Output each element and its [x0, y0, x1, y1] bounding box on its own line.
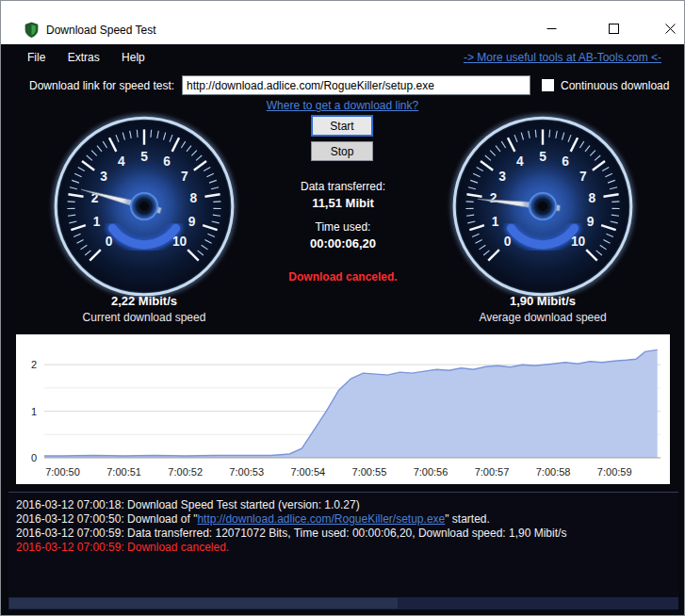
- svg-text:1: 1: [492, 215, 499, 229]
- app-icon: [24, 22, 40, 38]
- titlebar: Download Speed Test: [1, 1, 684, 44]
- svg-text:10: 10: [172, 235, 188, 249]
- svg-text:7:00:54: 7:00:54: [290, 466, 325, 478]
- svg-text:5: 5: [539, 150, 546, 164]
- svg-text:6: 6: [562, 154, 569, 169]
- svg-text:9: 9: [587, 215, 595, 229]
- log-line[interactable]: 2016-03-12 07:00:18: Download Speed Test…: [16, 498, 671, 512]
- svg-text:8: 8: [589, 191, 596, 205]
- svg-text:7:00:56: 7:00:56: [414, 466, 449, 478]
- log-horizontal-scrollbar[interactable]: [8, 597, 678, 609]
- svg-text:0: 0: [106, 235, 113, 249]
- start-button[interactable]: Start: [311, 115, 373, 137]
- continuous-download-label: Continuous download: [561, 79, 669, 92]
- svg-text:1: 1: [93, 215, 101, 229]
- log-link[interactable]: http://download.adlice.com/RogueKiller/s…: [197, 512, 445, 526]
- svg-text:8: 8: [190, 191, 198, 205]
- continuous-download-checkbox[interactable]: [542, 79, 554, 91]
- speed-chart-panel: 0127:00:507:00:517:00:527:00:537:00:547:…: [16, 334, 670, 484]
- svg-text:0: 0: [504, 235, 512, 249]
- current-speed-value: 2,22 Mibit/s: [48, 294, 240, 308]
- svg-text:9: 9: [188, 215, 196, 229]
- average-speed-caption: Average download speed: [447, 311, 639, 324]
- svg-text:7:00:59: 7:00:59: [597, 466, 632, 478]
- svg-text:2: 2: [490, 191, 497, 205]
- log-text: 2016-03-12 07:00:59: Data transferred: 1…: [16, 527, 566, 540]
- svg-text:1: 1: [31, 406, 37, 417]
- window-title: Download Speed Test: [46, 24, 156, 37]
- log-text: " started.: [445, 512, 490, 526]
- download-link-label: Download link for speed test:: [29, 79, 174, 92]
- svg-text:7: 7: [181, 170, 188, 184]
- log-text: 2016-03-12 07:00:50: Download of ": [16, 512, 197, 526]
- svg-text:7:00:58: 7:00:58: [536, 466, 571, 478]
- stats-panel: Data transferred: 11,51 Mibit Time used:…: [249, 180, 437, 284]
- svg-text:10: 10: [571, 235, 586, 249]
- log-text: 2016-03-12 07:00:18: Download Speed Test…: [16, 498, 360, 511]
- close-icon: [665, 24, 676, 34]
- maximize-icon: [609, 24, 619, 34]
- data-transferred-value: 11,51 Mibit: [249, 196, 437, 210]
- download-url-input[interactable]: [182, 75, 530, 95]
- svg-text:2: 2: [31, 359, 37, 370]
- svg-text:7:00:53: 7:00:53: [229, 466, 264, 478]
- log-line[interactable]: 2016-03-12 07:00:59: Download canceled.: [16, 541, 671, 555]
- time-used-value: 00:00:06,20: [249, 236, 437, 251]
- log-area[interactable]: 2016-03-12 07:00:18: Download Speed Test…: [8, 492, 678, 611]
- svg-text:7:00:52: 7:00:52: [168, 466, 203, 478]
- data-transferred-label: Data transferred:: [249, 180, 437, 193]
- svg-text:4: 4: [516, 154, 524, 169]
- log-line[interactable]: 2016-03-12 07:00:50: Download of "http:/…: [16, 512, 671, 527]
- svg-text:7:00:50: 7:00:50: [45, 466, 80, 478]
- svg-text:7:00:55: 7:00:55: [352, 466, 387, 478]
- svg-text:5: 5: [140, 150, 148, 164]
- close-button[interactable]: [655, 13, 685, 44]
- ab-tools-link[interactable]: -> More useful tools at AB-Tools.com <-: [464, 51, 661, 64]
- average-speed-value: 1,90 Mibit/s: [447, 294, 639, 308]
- svg-text:6: 6: [163, 154, 171, 169]
- svg-text:3: 3: [100, 170, 107, 184]
- svg-text:4: 4: [118, 154, 125, 169]
- menu-file[interactable]: File: [18, 44, 55, 71]
- minimize-button[interactable]: [534, 13, 568, 44]
- log-lines: 2016-03-12 07:00:18: Download Speed Test…: [16, 498, 671, 555]
- status-message: Download canceled.: [249, 270, 437, 284]
- average-speed-gauge: 012345678910: [447, 110, 639, 302]
- svg-text:3: 3: [498, 170, 506, 184]
- svg-text:0: 0: [31, 452, 37, 463]
- menubar: File Extras Help -> More useful tools at…: [1, 44, 684, 71]
- maximize-button[interactable]: [596, 13, 630, 44]
- current-speed-caption: Current download speed: [48, 311, 240, 324]
- menu-help[interactable]: Help: [112, 44, 155, 71]
- log-scrollbar-thumb[interactable]: [9, 598, 398, 608]
- svg-text:7: 7: [579, 170, 587, 184]
- svg-text:7:00:51: 7:00:51: [106, 466, 141, 478]
- svg-text:7:00:57: 7:00:57: [475, 466, 510, 478]
- log-text: 2016-03-12 07:00:59: Download canceled.: [16, 541, 229, 554]
- current-speed-gauge: 012345678910: [48, 110, 240, 302]
- speed-chart: 0127:00:507:00:517:00:527:00:537:00:547:…: [16, 334, 670, 484]
- app-window: Download Speed Test File Extras Help -> …: [0, 0, 685, 616]
- minimize-icon: [546, 24, 557, 34]
- time-used-label: Time used:: [249, 220, 437, 234]
- stop-button[interactable]: Stop: [311, 141, 373, 161]
- log-line[interactable]: 2016-03-12 07:00:59: Data transferred: 1…: [16, 527, 671, 541]
- menu-extras[interactable]: Extras: [58, 44, 109, 71]
